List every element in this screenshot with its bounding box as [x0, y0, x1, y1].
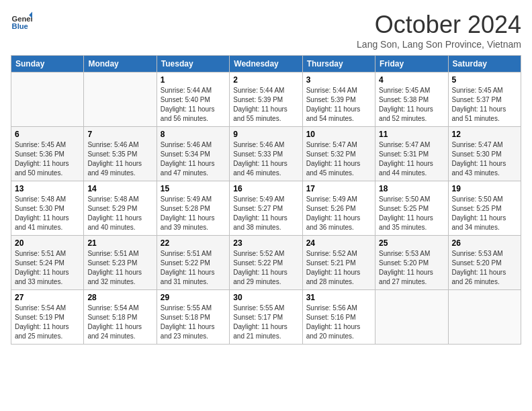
day-info: Sunrise: 5:46 AM Sunset: 5:34 PM Dayligh…: [161, 140, 226, 178]
day-info: Sunrise: 5:49 AM Sunset: 5:27 PM Dayligh…: [233, 195, 298, 232]
week-row: 1Sunrise: 5:44 AM Sunset: 5:40 PM Daylig…: [11, 73, 521, 127]
day-number: 23: [233, 238, 298, 248]
day-cell: 31Sunrise: 5:56 AM Sunset: 5:16 PM Dayli…: [302, 290, 375, 345]
day-number: 10: [306, 130, 371, 139]
day-cell: 29Sunrise: 5:55 AM Sunset: 5:18 PM Dayli…: [157, 290, 229, 345]
day-info: Sunrise: 5:45 AM Sunset: 5:38 PM Dayligh…: [379, 86, 444, 124]
svg-text:General: General: [12, 15, 32, 23]
page-header: General Blue General Blue October 2024 L…: [11, 11, 521, 50]
day-number: 12: [452, 130, 517, 139]
day-number: 4: [379, 75, 444, 85]
logo-icon: General Blue: [11, 11, 32, 32]
day-number: 15: [161, 184, 226, 193]
day-cell: 20Sunrise: 5:51 AM Sunset: 5:24 PM Dayli…: [11, 236, 84, 290]
day-number: 11: [379, 130, 444, 139]
day-info: Sunrise: 5:52 AM Sunset: 5:22 PM Dayligh…: [233, 249, 298, 287]
day-cell: 4Sunrise: 5:45 AM Sunset: 5:38 PM Daylig…: [375, 73, 448, 127]
day-number: 6: [15, 130, 80, 139]
day-number: 20: [15, 238, 80, 248]
day-cell: 8Sunrise: 5:46 AM Sunset: 5:34 PM Daylig…: [157, 127, 229, 181]
day-number: 22: [161, 238, 226, 248]
day-number: 16: [233, 184, 298, 193]
day-number: 18: [379, 184, 444, 193]
day-info: Sunrise: 5:53 AM Sunset: 5:20 PM Dayligh…: [452, 249, 517, 287]
day-number: 26: [452, 238, 517, 248]
day-info: Sunrise: 5:53 AM Sunset: 5:20 PM Dayligh…: [379, 249, 444, 287]
day-number: 30: [233, 293, 298, 302]
header-cell: Thursday: [302, 56, 375, 73]
logo: General Blue General Blue: [11, 11, 32, 32]
day-cell: 2Sunrise: 5:44 AM Sunset: 5:39 PM Daylig…: [230, 73, 302, 127]
title-block: October 2024 Lang Son, Lang Son Province…: [357, 11, 521, 50]
day-info: Sunrise: 5:51 AM Sunset: 5:23 PM Dayligh…: [87, 249, 152, 287]
day-info: Sunrise: 5:47 AM Sunset: 5:32 PM Dayligh…: [306, 140, 371, 178]
day-info: Sunrise: 5:46 AM Sunset: 5:35 PM Dayligh…: [87, 140, 152, 178]
header-row: SundayMondayTuesdayWednesdayThursdayFrid…: [11, 56, 521, 73]
header-cell: Tuesday: [157, 56, 229, 73]
day-number: 21: [87, 238, 152, 248]
header-cell: Friday: [375, 56, 448, 73]
day-cell: 24Sunrise: 5:52 AM Sunset: 5:21 PM Dayli…: [302, 236, 375, 290]
day-info: Sunrise: 5:44 AM Sunset: 5:39 PM Dayligh…: [233, 86, 298, 124]
day-cell: 15Sunrise: 5:49 AM Sunset: 5:28 PM Dayli…: [157, 181, 229, 236]
day-info: Sunrise: 5:48 AM Sunset: 5:30 PM Dayligh…: [15, 195, 80, 232]
day-number: 17: [306, 184, 371, 193]
day-number: 29: [161, 293, 226, 302]
day-cell: 26Sunrise: 5:53 AM Sunset: 5:20 PM Dayli…: [448, 236, 521, 290]
header-cell: Saturday: [448, 56, 521, 73]
day-number: 8: [161, 130, 226, 139]
day-cell: 13Sunrise: 5:48 AM Sunset: 5:30 PM Dayli…: [11, 181, 84, 236]
day-cell: 21Sunrise: 5:51 AM Sunset: 5:23 PM Dayli…: [84, 236, 157, 290]
location: Lang Son, Lang Son Province, Vietnam: [357, 39, 521, 50]
day-number: 7: [87, 130, 152, 139]
day-info: Sunrise: 5:44 AM Sunset: 5:40 PM Dayligh…: [161, 86, 226, 124]
day-info: Sunrise: 5:49 AM Sunset: 5:28 PM Dayligh…: [161, 195, 226, 232]
day-info: Sunrise: 5:54 AM Sunset: 5:18 PM Dayligh…: [87, 304, 152, 341]
day-cell: 14Sunrise: 5:48 AM Sunset: 5:29 PM Dayli…: [84, 181, 157, 236]
week-row: 6Sunrise: 5:45 AM Sunset: 5:36 PM Daylig…: [11, 127, 521, 181]
day-info: Sunrise: 5:45 AM Sunset: 5:37 PM Dayligh…: [452, 86, 517, 124]
day-cell: 17Sunrise: 5:49 AM Sunset: 5:26 PM Dayli…: [302, 181, 375, 236]
day-cell: 19Sunrise: 5:50 AM Sunset: 5:25 PM Dayli…: [448, 181, 521, 236]
day-info: Sunrise: 5:44 AM Sunset: 5:39 PM Dayligh…: [306, 86, 371, 124]
day-cell: 11Sunrise: 5:47 AM Sunset: 5:31 PM Dayli…: [375, 127, 448, 181]
day-info: Sunrise: 5:54 AM Sunset: 5:19 PM Dayligh…: [15, 304, 80, 341]
day-number: 13: [15, 184, 80, 193]
day-number: 24: [306, 238, 371, 248]
day-info: Sunrise: 5:45 AM Sunset: 5:36 PM Dayligh…: [15, 140, 80, 178]
day-number: 9: [233, 130, 298, 139]
day-cell: 7Sunrise: 5:46 AM Sunset: 5:35 PM Daylig…: [84, 127, 157, 181]
day-cell: 5Sunrise: 5:45 AM Sunset: 5:37 PM Daylig…: [448, 73, 521, 127]
day-info: Sunrise: 5:51 AM Sunset: 5:24 PM Dayligh…: [15, 249, 80, 287]
day-cell: [84, 73, 157, 127]
header-cell: Wednesday: [230, 56, 302, 73]
day-number: 2: [233, 75, 298, 85]
day-info: Sunrise: 5:55 AM Sunset: 5:17 PM Dayligh…: [233, 304, 298, 341]
day-cell: [11, 73, 84, 127]
day-cell: 23Sunrise: 5:52 AM Sunset: 5:22 PM Dayli…: [230, 236, 302, 290]
day-info: Sunrise: 5:55 AM Sunset: 5:18 PM Dayligh…: [161, 304, 226, 341]
day-number: 5: [452, 75, 517, 85]
day-info: Sunrise: 5:52 AM Sunset: 5:21 PM Dayligh…: [306, 249, 371, 287]
calendar-body: 1Sunrise: 5:44 AM Sunset: 5:40 PM Daylig…: [11, 73, 521, 345]
header-cell: Sunday: [11, 56, 84, 73]
day-cell: 30Sunrise: 5:55 AM Sunset: 5:17 PM Dayli…: [230, 290, 302, 345]
day-number: 1: [161, 75, 226, 85]
calendar-table: SundayMondayTuesdayWednesdayThursdayFrid…: [11, 55, 521, 345]
day-cell: 6Sunrise: 5:45 AM Sunset: 5:36 PM Daylig…: [11, 127, 84, 181]
day-number: 28: [87, 293, 152, 302]
day-cell: 12Sunrise: 5:47 AM Sunset: 5:30 PM Dayli…: [448, 127, 521, 181]
day-info: Sunrise: 5:49 AM Sunset: 5:26 PM Dayligh…: [306, 195, 371, 232]
day-cell: 27Sunrise: 5:54 AM Sunset: 5:19 PM Dayli…: [11, 290, 84, 345]
day-info: Sunrise: 5:46 AM Sunset: 5:33 PM Dayligh…: [233, 140, 298, 178]
day-cell: 16Sunrise: 5:49 AM Sunset: 5:27 PM Dayli…: [230, 181, 302, 236]
day-number: 3: [306, 75, 371, 85]
week-row: 20Sunrise: 5:51 AM Sunset: 5:24 PM Dayli…: [11, 236, 521, 290]
day-number: 25: [379, 238, 444, 248]
day-info: Sunrise: 5:50 AM Sunset: 5:25 PM Dayligh…: [379, 195, 444, 232]
day-info: Sunrise: 5:48 AM Sunset: 5:29 PM Dayligh…: [87, 195, 152, 232]
day-cell: 9Sunrise: 5:46 AM Sunset: 5:33 PM Daylig…: [230, 127, 302, 181]
day-info: Sunrise: 5:50 AM Sunset: 5:25 PM Dayligh…: [452, 195, 517, 232]
day-cell: 10Sunrise: 5:47 AM Sunset: 5:32 PM Dayli…: [302, 127, 375, 181]
svg-text:Blue: Blue: [12, 22, 28, 30]
